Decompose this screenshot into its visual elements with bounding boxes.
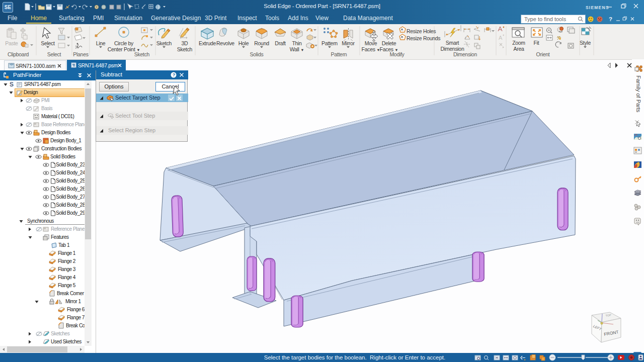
svg-text:?: ? <box>173 72 176 77</box>
svg-text:?: ? <box>609 16 612 22</box>
